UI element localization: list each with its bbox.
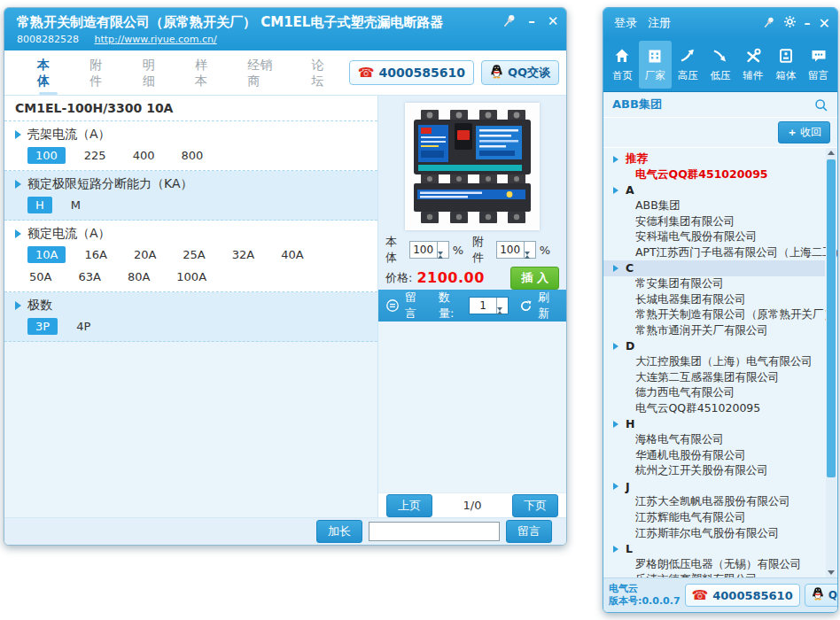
param-option[interactable]: 225 xyxy=(82,147,108,164)
search-input[interactable]: ABB集团 xyxy=(612,97,813,112)
pin-icon[interactable] xyxy=(763,15,775,32)
refresh-link[interactable]: 刷新 xyxy=(538,290,559,322)
param-option[interactable]: 10A xyxy=(27,246,66,263)
list-item[interactable]: ABB集团 xyxy=(603,198,825,214)
list-section-row[interactable]: D xyxy=(603,338,825,354)
list-item[interactable]: 杭州之江开关股份有限公司 xyxy=(603,463,825,479)
tab-论坛[interactable]: 论坛 xyxy=(309,50,335,95)
list-item[interactable]: 江苏斯菲尔电气股份有限公司 xyxy=(603,525,825,541)
list-item[interactable]: APT江苏西门子电器有限公司（上海二工） xyxy=(603,245,825,261)
list-item[interactable]: 常安集团有限公司 xyxy=(603,276,825,292)
extend-button[interactable]: 加长 xyxy=(316,520,362,543)
list-item[interactable]: 电气云QQ群451020095 xyxy=(603,401,825,417)
message-button[interactable]: 留言 xyxy=(506,520,552,543)
list-item[interactable]: 安德利集团有限公司 xyxy=(603,213,825,229)
quantity-stepper[interactable]: 1 xyxy=(469,297,509,314)
hotline-button[interactable]: ☎ 4000585610 xyxy=(685,584,800,607)
list-item[interactable]: 常熟开关制造有限公司（原常熟开关厂） xyxy=(603,307,825,323)
list-item[interactable]: 华通机电股份有限公司 xyxy=(603,447,825,463)
nav-item-低压[interactable]: 低压 xyxy=(704,41,737,89)
param-option[interactable]: 800 xyxy=(179,147,205,164)
list-item[interactable]: 大连第二互感器集团有限公司 xyxy=(603,369,825,385)
tab-本体[interactable]: 本体 xyxy=(35,50,61,95)
close-button[interactable]: ✕ xyxy=(547,15,559,28)
minimize-button[interactable]: – xyxy=(525,15,538,28)
param-option[interactable]: 32A xyxy=(230,246,256,263)
settings-gear-icon[interactable] xyxy=(783,15,797,32)
nav-item-高压[interactable]: 高压 xyxy=(672,41,704,89)
param-option[interactable]: 4P xyxy=(74,318,92,335)
home-icon xyxy=(613,47,631,67)
website-link[interactable]: http://www.riyue.com.cn/ xyxy=(95,34,217,45)
param-option[interactable]: 16A xyxy=(82,246,108,263)
list-item[interactable]: 德力西电气有限公司 xyxy=(603,385,825,401)
hotline-button[interactable]: ☎ 4000585610 xyxy=(349,60,474,85)
param-option[interactable]: 100 xyxy=(27,147,66,164)
param-option[interactable]: H xyxy=(27,197,52,213)
list-section-row[interactable]: C xyxy=(603,260,825,276)
param-option[interactable]: 400 xyxy=(131,147,157,164)
nav-item-首页[interactable]: 首页 xyxy=(606,41,639,89)
main-tabs: 本体附件明细样本经销商论坛 xyxy=(22,50,349,95)
nav-item-箱体[interactable]: 箱体 xyxy=(769,41,802,89)
message-link[interactable]: 留言 xyxy=(405,290,426,322)
tab-经销商[interactable]: 经销商 xyxy=(245,50,283,95)
hv-icon xyxy=(679,47,696,67)
prev-page-button[interactable]: 上页 xyxy=(386,494,432,517)
list-section-row[interactable]: J xyxy=(603,478,825,494)
list-item[interactable]: 海格电气有限公司 xyxy=(603,432,825,448)
list-item[interactable]: 江苏大全凯帆电器股份有限公司 xyxy=(603,494,825,510)
qq-chat-button[interactable]: QQ交谈 xyxy=(805,584,838,607)
triangle-marker-icon xyxy=(613,187,618,194)
collapse-button[interactable]: ＋ 收回 xyxy=(778,121,830,143)
list-item[interactable]: 江苏辉能电气有限公司 xyxy=(603,510,825,526)
param-option[interactable]: 20A xyxy=(132,246,158,263)
list-section-row[interactable]: 推荐 xyxy=(603,151,825,167)
param-option[interactable]: 100A xyxy=(175,268,208,285)
triangle-marker-icon xyxy=(613,343,618,350)
triangle-marker-icon xyxy=(15,180,21,189)
nav-item-辅件[interactable]: 辅件 xyxy=(736,41,769,89)
list-item[interactable]: 常熟市通润开关厂有限公司 xyxy=(603,323,825,339)
manufacturer-list: 推荐电气云QQ群451020095AABB集团安德利集团有限公司安科瑞电气股份有… xyxy=(603,148,837,577)
nav-item-厂家[interactable]: 厂家 xyxy=(639,41,672,89)
pin-icon[interactable] xyxy=(502,13,517,30)
param-option[interactable]: 40A xyxy=(279,246,305,263)
minimize-button[interactable]: – xyxy=(805,16,811,30)
register-link[interactable]: 注册 xyxy=(648,15,671,31)
body-percent-stepper[interactable]: 100 xyxy=(409,241,449,259)
refresh-icon[interactable] xyxy=(519,299,533,313)
param-option[interactable]: 63A xyxy=(76,268,102,285)
tab-附件[interactable]: 附件 xyxy=(88,50,113,95)
scrollbar-thumb[interactable] xyxy=(827,159,836,477)
search-icon[interactable] xyxy=(813,97,828,112)
insert-button[interactable]: 插 入 xyxy=(510,267,559,290)
list-item[interactable]: 长城电器集团有限公司 xyxy=(603,291,825,307)
list-section-row[interactable]: A xyxy=(603,182,825,198)
comment-input[interactable] xyxy=(369,522,500,541)
scrollbar[interactable] xyxy=(826,148,836,577)
accessory-percent-stepper[interactable]: 100 xyxy=(496,241,536,259)
message-bubble-icon[interactable] xyxy=(385,298,400,313)
list-item[interactable]: 大江控股集团（上海）电气有限公司 xyxy=(603,354,825,370)
param-option[interactable]: 25A xyxy=(181,246,206,263)
close-button[interactable]: ✕ xyxy=(819,15,830,32)
list-item[interactable]: 电气云QQ群451020095 xyxy=(603,167,825,183)
tab-明细[interactable]: 明细 xyxy=(141,50,167,95)
param-option[interactable]: 50A xyxy=(27,268,53,285)
list-section-row[interactable]: L xyxy=(603,541,825,557)
list-item[interactable]: 罗格朗低压电器（无锡）有限公司 xyxy=(603,556,825,572)
login-link[interactable]: 登录 xyxy=(614,15,637,31)
param-option[interactable]: 3P xyxy=(27,318,58,335)
param-option[interactable]: M xyxy=(69,197,82,213)
list-item[interactable]: 安科瑞电气股份有限公司 xyxy=(603,229,825,245)
qq-chat-button[interactable]: QQ交谈 xyxy=(481,60,559,85)
param-option[interactable]: 80A xyxy=(126,268,152,285)
next-page-button[interactable]: 下页 xyxy=(512,494,558,517)
scroll-down-icon[interactable] xyxy=(826,568,836,577)
scroll-up-icon[interactable] xyxy=(826,148,836,158)
list-section-row[interactable]: H xyxy=(603,416,825,432)
list-item[interactable]: 乐清市德赛塑料有限公司 xyxy=(603,572,825,577)
nav-item-留言[interactable]: 留言 xyxy=(802,41,835,89)
tab-样本[interactable]: 样本 xyxy=(193,50,219,95)
